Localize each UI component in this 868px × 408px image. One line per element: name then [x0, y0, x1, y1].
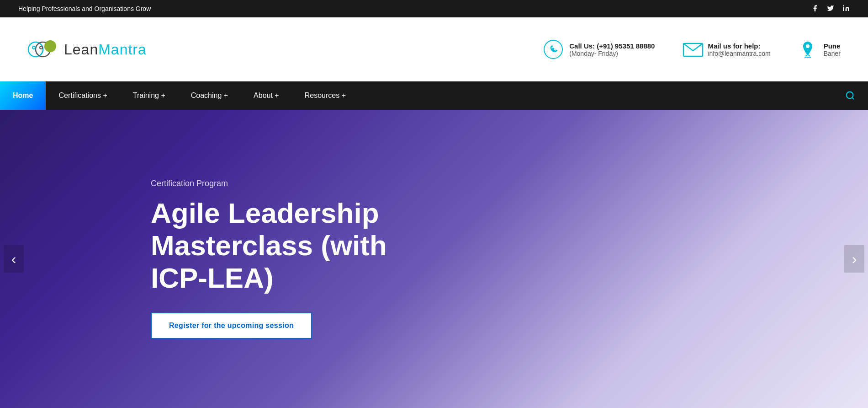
nav-item-certifications[interactable]: Certifications + [46, 81, 120, 110]
twitter-icon[interactable] [827, 5, 834, 13]
location-text: Pune Baner [824, 42, 841, 57]
hero-title: Agile Leadership Masterclass (with ICP-L… [151, 197, 425, 295]
email-text: Mail us for help: info@leanmantra.com [708, 42, 770, 57]
nav-item-training[interactable]: Training + [120, 81, 178, 110]
phone-contact: Call Us: (+91) 95351 88880 (Monday- Frid… [544, 40, 655, 59]
email-icon [682, 40, 701, 59]
svg-line-9 [808, 54, 810, 56]
svg-line-8 [805, 54, 808, 56]
svg-point-3 [44, 40, 56, 52]
logo-icon [27, 38, 58, 61]
nav-item-coaching[interactable]: Coaching + [178, 81, 241, 110]
svg-point-5 [40, 46, 42, 49]
search-button[interactable] [832, 81, 868, 110]
hero-subtitle: Certification Program [151, 179, 425, 188]
location-contact: Pune Baner [798, 40, 841, 59]
logo-text: LeanMantra [64, 41, 147, 58]
top-bar: Helping Professionals and Organisations … [0, 0, 868, 17]
linkedin-icon[interactable] [842, 5, 850, 13]
email-contact: Mail us for help: info@leanmantra.com [682, 40, 770, 59]
carousel-prev-button[interactable]: ‹ [4, 245, 24, 273]
hero-content: Certification Program Agile Leadership M… [151, 179, 425, 339]
hero-section: ‹ Certification Program Agile Leadership… [0, 110, 868, 408]
nav-item-about[interactable]: About + [241, 81, 292, 110]
svg-point-11 [847, 92, 853, 99]
nav-item-home[interactable]: Home [0, 81, 46, 110]
tagline: Helping Professionals and Organisations … [18, 5, 151, 12]
facebook-icon[interactable] [811, 5, 819, 13]
social-links [811, 5, 850, 13]
carousel-next-button[interactable]: › [844, 245, 864, 273]
main-navigation: Home Certifications + Training + Coachin… [0, 81, 868, 110]
location-icon [798, 40, 817, 59]
svg-line-12 [852, 97, 854, 99]
nav-item-resources[interactable]: Resources + [292, 81, 359, 110]
svg-point-4 [32, 46, 35, 49]
header-contacts: Call Us: (+91) 95351 88880 (Monday- Frid… [544, 40, 841, 59]
register-button[interactable]: Register for the upcoming session [151, 312, 312, 339]
phone-icon [544, 40, 563, 59]
phone-text: Call Us: (+91) 95351 88880 (Monday- Frid… [569, 42, 655, 57]
svg-point-0 [843, 5, 844, 6]
site-header: LeanMantra Call Us: (+91) 95351 88880 (M… [0, 17, 868, 81]
logo[interactable]: LeanMantra [27, 38, 147, 61]
